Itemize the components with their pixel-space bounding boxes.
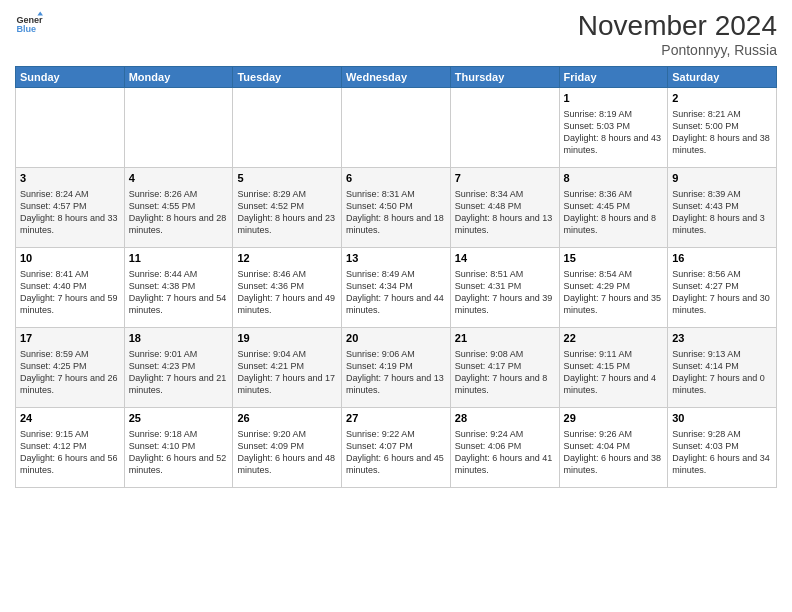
day-info-line: Daylight: 6 hours and 41 minutes.	[455, 452, 555, 476]
svg-text:Blue: Blue	[16, 24, 36, 34]
day-info-line: Sunrise: 9:04 AM	[237, 348, 337, 360]
day-info-line: Sunset: 4:34 PM	[346, 280, 446, 292]
day-info-line: Sunrise: 9:11 AM	[564, 348, 664, 360]
cell-4-2: 18Sunrise: 9:01 AMSunset: 4:23 PMDayligh…	[124, 328, 233, 408]
cell-4-7: 23Sunrise: 9:13 AMSunset: 4:14 PMDayligh…	[668, 328, 777, 408]
day-info-line: Sunset: 4:50 PM	[346, 200, 446, 212]
day-number: 9	[672, 171, 772, 186]
day-info-line: Sunrise: 8:31 AM	[346, 188, 446, 200]
cell-5-4: 27Sunrise: 9:22 AMSunset: 4:07 PMDayligh…	[342, 408, 451, 488]
cell-4-3: 19Sunrise: 9:04 AMSunset: 4:21 PMDayligh…	[233, 328, 342, 408]
day-info-line: Daylight: 6 hours and 52 minutes.	[129, 452, 229, 476]
day-number: 5	[237, 171, 337, 186]
day-info-line: Sunrise: 8:34 AM	[455, 188, 555, 200]
day-info-line: Sunrise: 9:08 AM	[455, 348, 555, 360]
day-info-line: Sunset: 4:15 PM	[564, 360, 664, 372]
day-info-line: Sunrise: 9:26 AM	[564, 428, 664, 440]
cell-2-5: 7Sunrise: 8:34 AMSunset: 4:48 PMDaylight…	[450, 168, 559, 248]
col-sunday: Sunday	[16, 67, 125, 88]
day-number: 21	[455, 331, 555, 346]
cell-4-4: 20Sunrise: 9:06 AMSunset: 4:19 PMDayligh…	[342, 328, 451, 408]
day-info-line: Sunset: 4:43 PM	[672, 200, 772, 212]
day-info-line: Sunset: 5:03 PM	[564, 120, 664, 132]
day-info-line: Sunrise: 8:21 AM	[672, 108, 772, 120]
day-number: 13	[346, 251, 446, 266]
cell-4-6: 22Sunrise: 9:11 AMSunset: 4:15 PMDayligh…	[559, 328, 668, 408]
day-info-line: Sunrise: 9:13 AM	[672, 348, 772, 360]
cell-1-2	[124, 88, 233, 168]
cell-5-5: 28Sunrise: 9:24 AMSunset: 4:06 PMDayligh…	[450, 408, 559, 488]
day-info-line: Sunset: 4:55 PM	[129, 200, 229, 212]
cell-2-4: 6Sunrise: 8:31 AMSunset: 4:50 PMDaylight…	[342, 168, 451, 248]
day-number: 10	[20, 251, 120, 266]
day-number: 11	[129, 251, 229, 266]
day-number: 3	[20, 171, 120, 186]
day-info-line: Sunrise: 9:24 AM	[455, 428, 555, 440]
day-info-line: Daylight: 7 hours and 30 minutes.	[672, 292, 772, 316]
week-row-1: 1Sunrise: 8:19 AMSunset: 5:03 PMDaylight…	[16, 88, 777, 168]
calendar-body: 1Sunrise: 8:19 AMSunset: 5:03 PMDaylight…	[16, 88, 777, 488]
day-info-line: Sunset: 4:04 PM	[564, 440, 664, 452]
day-info-line: Sunrise: 8:46 AM	[237, 268, 337, 280]
day-info-line: Sunrise: 8:54 AM	[564, 268, 664, 280]
cell-1-5	[450, 88, 559, 168]
day-info-line: Daylight: 8 hours and 13 minutes.	[455, 212, 555, 236]
day-info-line: Sunrise: 9:18 AM	[129, 428, 229, 440]
day-number: 28	[455, 411, 555, 426]
cell-5-3: 26Sunrise: 9:20 AMSunset: 4:09 PMDayligh…	[233, 408, 342, 488]
cell-1-4	[342, 88, 451, 168]
day-info-line: Sunrise: 8:19 AM	[564, 108, 664, 120]
day-info-line: Sunset: 4:52 PM	[237, 200, 337, 212]
col-thursday: Thursday	[450, 67, 559, 88]
cell-3-4: 13Sunrise: 8:49 AMSunset: 4:34 PMDayligh…	[342, 248, 451, 328]
day-info-line: Daylight: 7 hours and 17 minutes.	[237, 372, 337, 396]
col-friday: Friday	[559, 67, 668, 88]
day-info-line: Sunset: 4:21 PM	[237, 360, 337, 372]
day-info-line: Sunrise: 9:01 AM	[129, 348, 229, 360]
cell-3-1: 10Sunrise: 8:41 AMSunset: 4:40 PMDayligh…	[16, 248, 125, 328]
week-row-3: 10Sunrise: 8:41 AMSunset: 4:40 PMDayligh…	[16, 248, 777, 328]
cell-2-2: 4Sunrise: 8:26 AMSunset: 4:55 PMDaylight…	[124, 168, 233, 248]
day-info-line: Sunrise: 8:59 AM	[20, 348, 120, 360]
col-monday: Monday	[124, 67, 233, 88]
day-info-line: Sunset: 4:40 PM	[20, 280, 120, 292]
day-info-line: Sunrise: 8:24 AM	[20, 188, 120, 200]
day-info-line: Sunset: 4:03 PM	[672, 440, 772, 452]
week-row-4: 17Sunrise: 8:59 AMSunset: 4:25 PMDayligh…	[16, 328, 777, 408]
day-number: 26	[237, 411, 337, 426]
day-info-line: Daylight: 6 hours and 38 minutes.	[564, 452, 664, 476]
day-info-line: Sunrise: 8:26 AM	[129, 188, 229, 200]
day-info-line: Daylight: 7 hours and 54 minutes.	[129, 292, 229, 316]
day-info-line: Sunset: 4:31 PM	[455, 280, 555, 292]
cell-3-6: 15Sunrise: 8:54 AMSunset: 4:29 PMDayligh…	[559, 248, 668, 328]
day-number: 4	[129, 171, 229, 186]
day-info-line: Sunset: 4:07 PM	[346, 440, 446, 452]
day-number: 16	[672, 251, 772, 266]
day-info-line: Daylight: 7 hours and 8 minutes.	[455, 372, 555, 396]
header-row: Sunday Monday Tuesday Wednesday Thursday…	[16, 67, 777, 88]
cell-1-7: 2Sunrise: 8:21 AMSunset: 5:00 PMDaylight…	[668, 88, 777, 168]
day-info-line: Sunrise: 8:51 AM	[455, 268, 555, 280]
col-wednesday: Wednesday	[342, 67, 451, 88]
day-info-line: Sunset: 4:06 PM	[455, 440, 555, 452]
day-info-line: Sunset: 4:45 PM	[564, 200, 664, 212]
day-info-line: Sunset: 4:57 PM	[20, 200, 120, 212]
cell-2-6: 8Sunrise: 8:36 AMSunset: 4:45 PMDaylight…	[559, 168, 668, 248]
day-info-line: Daylight: 6 hours and 48 minutes.	[237, 452, 337, 476]
day-info-line: Sunrise: 9:20 AM	[237, 428, 337, 440]
day-number: 20	[346, 331, 446, 346]
week-row-2: 3Sunrise: 8:24 AMSunset: 4:57 PMDaylight…	[16, 168, 777, 248]
day-info-line: Daylight: 7 hours and 49 minutes.	[237, 292, 337, 316]
page: General Blue November 2024 Pontonnyy, Ru…	[0, 0, 792, 612]
cell-3-2: 11Sunrise: 8:44 AMSunset: 4:38 PMDayligh…	[124, 248, 233, 328]
day-info-line: Sunrise: 8:56 AM	[672, 268, 772, 280]
day-info-line: Sunrise: 9:28 AM	[672, 428, 772, 440]
cell-3-7: 16Sunrise: 8:56 AMSunset: 4:27 PMDayligh…	[668, 248, 777, 328]
day-number: 22	[564, 331, 664, 346]
day-number: 24	[20, 411, 120, 426]
col-tuesday: Tuesday	[233, 67, 342, 88]
day-info-line: Sunrise: 8:36 AM	[564, 188, 664, 200]
day-number: 18	[129, 331, 229, 346]
day-info-line: Sunrise: 8:44 AM	[129, 268, 229, 280]
day-info-line: Sunrise: 8:29 AM	[237, 188, 337, 200]
